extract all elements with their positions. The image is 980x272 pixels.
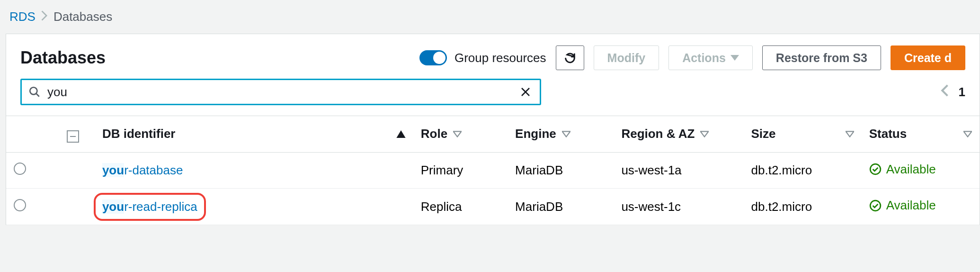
status-ok-icon <box>869 199 882 212</box>
paginator: 1 <box>941 84 965 100</box>
header-engine[interactable]: Engine <box>508 116 614 153</box>
actions-dropdown-button[interactable]: Actions <box>668 45 753 70</box>
cell-size: db.t2.micro <box>744 189 862 225</box>
svg-point-0 <box>30 87 37 94</box>
modify-button[interactable]: Modify <box>594 45 659 70</box>
db-identifier-link[interactable]: your-database <box>102 163 183 177</box>
table-row: your-databasePrimaryMariaDBus-west-1adb.… <box>6 152 980 189</box>
header-role[interactable]: Role <box>413 116 508 153</box>
collapse-all-icon[interactable] <box>67 130 79 143</box>
panel-header: Databases Group resources Modify Actions… <box>6 34 980 79</box>
sort-icon <box>453 131 462 137</box>
cell-status: Available <box>862 189 980 225</box>
toggle-label: Group resources <box>454 51 546 65</box>
databases-table: DB identifier Role Engine <box>6 116 980 225</box>
search-box[interactable] <box>20 79 541 105</box>
create-database-button[interactable]: Create d <box>891 45 965 70</box>
sort-asc-icon <box>396 130 406 138</box>
sort-icon <box>846 131 854 137</box>
breadcrumb: RDS Databases <box>0 5 980 34</box>
search-input[interactable] <box>47 85 518 100</box>
sort-icon <box>700 131 709 137</box>
page-title: Databases <box>20 48 106 68</box>
cell-role: Primary <box>413 152 508 189</box>
clear-search-button[interactable] <box>518 84 533 100</box>
prev-page-button[interactable] <box>941 84 948 100</box>
table-row: your-read-replicaReplicaMariaDBus-west-1… <box>6 189 980 225</box>
svg-point-4 <box>870 164 881 174</box>
header-db-identifier[interactable]: DB identifier <box>95 116 413 153</box>
svg-line-1 <box>36 93 39 97</box>
header-status[interactable]: Status <box>862 116 980 153</box>
header-select <box>6 116 59 153</box>
svg-point-5 <box>870 200 881 211</box>
header-region[interactable]: Region & AZ <box>614 116 743 153</box>
header-tree <box>59 116 95 153</box>
breadcrumb-root-link[interactable]: RDS <box>9 9 36 24</box>
cell-size: db.t2.micro <box>744 152 862 189</box>
breadcrumb-current: Databases <box>53 9 112 24</box>
cell-region: us-west-1a <box>614 152 743 189</box>
status-ok-icon <box>869 163 882 175</box>
sort-icon <box>562 131 570 137</box>
toggle-switch[interactable] <box>419 50 447 65</box>
close-icon <box>520 86 531 98</box>
caret-down-icon <box>731 55 739 61</box>
cell-role: Replica <box>413 189 508 225</box>
cell-status: Available <box>862 152 980 189</box>
search-row: 1 <box>6 79 980 116</box>
sort-icon <box>963 131 972 137</box>
chevron-left-icon <box>941 84 948 97</box>
refresh-button[interactable] <box>556 45 584 70</box>
group-resources-toggle[interactable]: Group resources <box>419 50 546 65</box>
header-size[interactable]: Size <box>744 116 862 153</box>
cell-region: us-west-1c <box>614 189 743 225</box>
cell-engine: MariaDB <box>508 189 614 225</box>
db-identifier-link[interactable]: your-read-replica <box>102 199 197 214</box>
row-radio[interactable] <box>14 163 26 175</box>
databases-panel: Databases Group resources Modify Actions… <box>6 34 980 225</box>
refresh-icon <box>563 51 577 64</box>
restore-from-s3-button[interactable]: Restore from S3 <box>762 45 881 70</box>
row-radio[interactable] <box>14 199 26 211</box>
page-number: 1 <box>959 85 965 100</box>
cell-engine: MariaDB <box>508 152 614 189</box>
chevron-right-icon <box>41 10 48 23</box>
search-icon <box>28 86 41 98</box>
